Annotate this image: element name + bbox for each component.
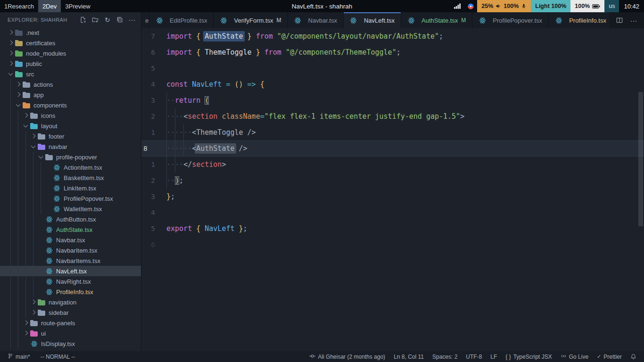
vscode-window: 1Research2Dev3Preview NavLeft.tsx - shah… bbox=[0, 0, 644, 362]
keyboard-layout[interactable]: us bbox=[604, 0, 619, 12]
code-line-12[interactable]: 4 bbox=[141, 205, 644, 221]
tree-file-ProfilePopover.tsx[interactable]: ProfilePopover.tsx bbox=[0, 193, 141, 204]
tree-folder-icons[interactable]: icons bbox=[0, 110, 141, 121]
tree-folder-route-panels[interactable]: route-panels bbox=[0, 318, 141, 328]
tab-ProfilePopover.tsx[interactable]: ProfilePopover.tsx bbox=[472, 12, 549, 28]
code-token: ( bbox=[205, 96, 209, 105]
workspace-tag-2Dev[interactable]: 2Dev bbox=[38, 0, 61, 12]
code-line-2[interactable]: 6import { ThemeToggle } from "@/componen… bbox=[141, 44, 644, 60]
new-file-icon[interactable] bbox=[78, 15, 88, 25]
tree-file-AuthButton.tsx[interactable]: AuthButton.tsx bbox=[0, 214, 141, 224]
code-line-8[interactable]: 8······<AuthState /> bbox=[141, 140, 644, 156]
tree-folder-certificates[interactable]: certificates bbox=[0, 38, 141, 48]
notifications-bell-icon[interactable] bbox=[627, 354, 639, 360]
language-mode[interactable]: { } TypeScript JSX bbox=[503, 354, 554, 360]
code-text: ····<section className="flex flex-1 item… bbox=[166, 108, 644, 124]
tree-folder-navbar[interactable]: navbar bbox=[0, 141, 141, 152]
code-editor[interactable]: 7import { AuthState } from "@/components… bbox=[141, 28, 644, 351]
prettier[interactable]: ✓ Prettier bbox=[594, 354, 625, 360]
tree-folder-layout[interactable]: layout bbox=[0, 121, 141, 131]
scrollbar-thumb[interactable] bbox=[638, 92, 643, 226]
tree-indent-guide bbox=[18, 173, 18, 183]
code-line-1[interactable]: 7import { AuthState } from "@/components… bbox=[141, 28, 644, 44]
tree-folder-.next[interactable]: .next bbox=[0, 27, 141, 38]
tree-file-NavbarItem.tsx[interactable]: NavbarItem.tsx bbox=[0, 245, 141, 255]
tree-file-IsDisplay.tsx[interactable]: IsDisplay.tsx bbox=[0, 338, 141, 349]
code-line-4[interactable]: 4const NavLeft = () => { bbox=[141, 76, 644, 92]
tree-file-ActionItem.tsx[interactable]: ActionItem.tsx bbox=[0, 162, 141, 173]
tab-label: ProfilePopover.tsx bbox=[493, 17, 542, 24]
tree-folder-profile-popover[interactable]: profile-popover bbox=[0, 152, 141, 162]
eol-sequence[interactable]: LF bbox=[487, 354, 500, 360]
workspace-tag-1Research[interactable]: 1Research bbox=[0, 0, 38, 12]
tree-folder-src[interactable]: src bbox=[0, 69, 141, 79]
split-editor-icon[interactable] bbox=[614, 15, 625, 26]
code-line-7[interactable]: 1······<ThemeToggle /> bbox=[141, 124, 644, 140]
brightness-module[interactable]: Light 100% bbox=[531, 0, 570, 12]
tree-file-AuthState.tsx[interactable]: AuthState.tsx bbox=[0, 224, 141, 235]
tree-folder-node_modules[interactable]: node_modules bbox=[0, 48, 141, 58]
tree-folder-components[interactable]: components bbox=[0, 100, 141, 110]
workspace-tag-3Preview[interactable]: 3Preview bbox=[61, 0, 94, 12]
tree-item-label: NavLeft.tsx bbox=[56, 268, 87, 275]
encoding[interactable]: UTF-8 bbox=[463, 354, 485, 360]
tree-file-ProfileInfo.tsx[interactable]: ProfileInfo.tsx bbox=[0, 287, 141, 297]
tree-folder-navigation[interactable]: navigation bbox=[0, 297, 141, 307]
tab-EditProfile.tsx[interactable]: EditProfile.tsx bbox=[149, 12, 214, 28]
code-line-11[interactable]: 3}; bbox=[141, 189, 644, 205]
battery-module[interactable]: 100% bbox=[570, 0, 604, 12]
tree-item-label: AuthButton.tsx bbox=[56, 216, 96, 223]
tree-file-NavbarItems.tsx[interactable]: NavbarItems.tsx bbox=[0, 255, 141, 266]
folder-icon bbox=[38, 133, 45, 140]
code-line-9[interactable]: 1····</section> bbox=[141, 156, 644, 173]
tree-file-Navbar.tsx[interactable]: Navbar.tsx bbox=[0, 235, 141, 245]
line-number: 1 bbox=[141, 124, 166, 140]
code-token: const bbox=[166, 80, 192, 89]
collapse-all-icon[interactable] bbox=[115, 15, 125, 25]
tree-folder-sidebar[interactable]: sidebar bbox=[0, 307, 141, 318]
tab-Navbar.tsx[interactable]: Navbar.tsx bbox=[288, 12, 344, 28]
tab-NavLeft.tsx[interactable]: NavLeft.tsx bbox=[344, 12, 401, 28]
tree-folder-app[interactable]: app bbox=[0, 90, 141, 100]
audio-module[interactable]: 25% 100% bbox=[477, 0, 531, 12]
react-icon bbox=[45, 247, 53, 254]
tree-file-NavLeft.tsx[interactable]: NavLeft.tsx bbox=[0, 266, 141, 276]
go-live[interactable]: Go Live bbox=[558, 353, 591, 361]
tab-VerifyForm.tsx[interactable]: VerifyForm.tsxM bbox=[214, 12, 288, 28]
tree-file-LinkItem.tsx[interactable]: LinkItem.tsx bbox=[0, 183, 141, 193]
code-line-5[interactable]: 3··return ( bbox=[141, 92, 644, 108]
refresh-icon[interactable]: ↻ bbox=[102, 15, 113, 25]
tree-folder-actions[interactable]: actions bbox=[0, 79, 141, 90]
new-folder-icon[interactable] bbox=[90, 15, 100, 25]
branch-indicator[interactable]: main* bbox=[5, 353, 33, 361]
tab-ProfileInfo.tsx[interactable]: ProfileInfo.tsxM bbox=[549, 12, 609, 28]
code-line-14[interactable]: 6 bbox=[141, 237, 644, 253]
git-blame[interactable]: Ali Gheisar (2 months ago) bbox=[306, 353, 388, 361]
editor-scrollbar[interactable] bbox=[637, 28, 644, 351]
tree-indent-guide bbox=[10, 141, 11, 152]
tab-er.tsx[interactable]: er.tsx bbox=[141, 12, 149, 28]
git-modified-badge: M bbox=[461, 17, 466, 24]
vim-mode[interactable]: -- NORMAL -- bbox=[38, 354, 78, 360]
code-line-10[interactable]: 2··); bbox=[141, 173, 644, 189]
tree-folder-ui[interactable]: ui bbox=[0, 328, 141, 338]
editor-more-actions-icon[interactable]: ··· bbox=[628, 15, 639, 26]
code-token: from bbox=[256, 32, 277, 41]
go-live-label: Go Live bbox=[569, 354, 588, 360]
tree-indent-guide bbox=[33, 224, 33, 235]
tree-folder-public[interactable]: public bbox=[0, 58, 141, 69]
tree-file-BasketItem.tsx[interactable]: BasketItem.tsx bbox=[0, 173, 141, 183]
tree-indent-guide bbox=[41, 183, 41, 193]
code-line-6[interactable]: 2····<section className="flex flex-1 ite… bbox=[141, 108, 644, 124]
code-line-3[interactable]: 5 bbox=[141, 60, 644, 76]
tree-file-NavRight.tsx[interactable]: NavRight.tsx bbox=[0, 276, 141, 287]
code-line-13[interactable]: 5export { NavLeft }; bbox=[141, 221, 644, 237]
tree-file-WalletItem.tsx[interactable]: WalletItem.tsx bbox=[0, 204, 141, 214]
indentation[interactable]: Spaces: 2 bbox=[429, 354, 460, 360]
cursor-position[interactable]: Ln 8, Col 11 bbox=[391, 354, 427, 360]
more-actions-icon[interactable]: ··· bbox=[127, 15, 137, 25]
tab-AuthState.tsx[interactable]: AuthState.tsxM bbox=[401, 12, 472, 28]
chevron-right-icon bbox=[29, 298, 38, 306]
check-icon: ✓ bbox=[597, 354, 601, 360]
tree-folder-footer[interactable]: footer bbox=[0, 131, 141, 141]
